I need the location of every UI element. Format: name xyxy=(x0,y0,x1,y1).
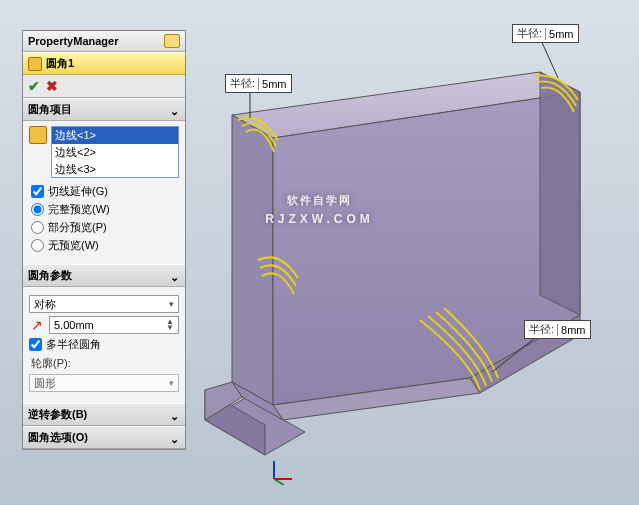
chevron-down-icon: ▾ xyxy=(169,378,174,388)
no-preview-radio[interactable]: 无预览(W) xyxy=(31,238,179,253)
origin-triad-icon xyxy=(268,457,296,485)
option-label: 部分预览(P) xyxy=(48,220,107,235)
callout-value[interactable]: 8mm xyxy=(557,324,585,336)
svg-marker-3 xyxy=(232,115,273,405)
fillet-icon xyxy=(28,57,42,71)
combo-value: 圆形 xyxy=(34,376,56,391)
radius-callout-2[interactable]: 半径: 5mm xyxy=(512,24,579,43)
section-header[interactable]: 圆角项目 ⌄ xyxy=(23,99,185,121)
section-fillet-items: 圆角项目 ⌄ 边线<1> 边线<2> 边线<3> 切线延伸(G) 完整预览 xyxy=(23,98,185,264)
section-title: 圆角选项(O) xyxy=(28,430,88,445)
option-label: 完整预览(W) xyxy=(48,202,110,217)
full-preview-radio[interactable]: 完整预览(W) xyxy=(31,202,179,217)
section-title: 圆角项目 xyxy=(28,102,72,117)
option-label: 切线延伸(G) xyxy=(48,184,108,199)
partial-preview-radio[interactable]: 部分预览(P) xyxy=(31,220,179,235)
section-fillet-options: 圆角选项(O) ⌄ xyxy=(23,426,185,449)
profile-combo[interactable]: 圆形 ▾ xyxy=(29,374,179,392)
section-title: 逆转参数(B) xyxy=(28,407,87,422)
checkbox-input[interactable] xyxy=(29,338,42,351)
radio-input[interactable] xyxy=(31,239,44,252)
ok-button[interactable]: ✔ xyxy=(28,78,40,94)
pm-title-text: PropertyManager xyxy=(28,35,118,47)
pin-icon[interactable] xyxy=(164,34,180,48)
symmetry-combo[interactable]: 对称 ▾ xyxy=(29,295,179,313)
radius-callout-3[interactable]: 半径: 8mm xyxy=(524,320,591,339)
section-title: 圆角参数 xyxy=(28,268,72,283)
radius-value[interactable]: 5.00mm xyxy=(54,319,94,331)
tangent-propagation-checkbox[interactable]: 切线延伸(G) xyxy=(31,184,179,199)
svg-marker-5 xyxy=(540,72,580,315)
section-header[interactable]: 圆角选项(O) ⌄ xyxy=(23,427,185,449)
callout-label: 半径: xyxy=(517,26,542,41)
list-item[interactable]: 边线<1> xyxy=(52,127,178,144)
callout-value[interactable]: 5mm xyxy=(545,28,573,40)
option-label: 多半径圆角 xyxy=(46,337,101,352)
option-label: 无预览(W) xyxy=(48,238,99,253)
svg-line-11 xyxy=(540,38,558,78)
checkbox-input[interactable] xyxy=(31,185,44,198)
section-reverse-params: 逆转参数(B) ⌄ xyxy=(23,403,185,426)
section-header[interactable]: 逆转参数(B) ⌄ xyxy=(23,404,185,426)
pm-titlebar: PropertyManager xyxy=(23,31,185,52)
radio-input[interactable] xyxy=(31,221,44,234)
spinner-buttons[interactable]: ▲▼ xyxy=(166,319,174,331)
multi-radius-checkbox[interactable]: 多半径圆角 xyxy=(29,337,179,352)
chevron-down-icon: ⌄ xyxy=(170,105,180,115)
chevron-down-icon: ▾ xyxy=(169,299,174,309)
combo-value: 对称 xyxy=(34,297,56,312)
section-fillet-params: 圆角参数 ⌄ 对称 ▾ ↗ 5.00mm ▲▼ 多半径圆角 轮廓(P) xyxy=(23,264,185,403)
callout-label: 半径: xyxy=(529,322,554,337)
edge-selection-list[interactable]: 边线<1> 边线<2> 边线<3> xyxy=(51,126,179,178)
feature-header: 圆角1 xyxy=(23,52,185,75)
list-item[interactable]: 边线<2> xyxy=(52,144,178,161)
radius-spinner[interactable]: 5.00mm ▲▼ xyxy=(49,316,179,334)
chevron-down-icon: ⌄ xyxy=(170,271,180,281)
section-header[interactable]: 圆角参数 ⌄ xyxy=(23,265,185,287)
callout-value[interactable]: 5mm xyxy=(258,78,286,90)
cancel-button[interactable]: ✖ xyxy=(46,78,58,94)
feature-name: 圆角1 xyxy=(46,56,74,71)
radio-input[interactable] xyxy=(31,203,44,216)
list-item[interactable]: 边线<3> xyxy=(52,161,178,178)
radius-icon: ↗ xyxy=(29,317,45,333)
confirm-bar: ✔ ✖ xyxy=(23,75,185,98)
chevron-down-icon: ⌄ xyxy=(170,433,180,443)
callout-label: 半径: xyxy=(230,76,255,91)
radius-callout-1[interactable]: 半径: 5mm xyxy=(225,74,292,93)
property-manager-panel: PropertyManager 圆角1 ✔ ✖ 圆角项目 ⌄ 边线<1> 边线<… xyxy=(22,30,186,450)
chevron-down-icon: ⌄ xyxy=(170,410,180,420)
edge-selection-icon[interactable] xyxy=(29,126,47,144)
profile-label: 轮廓(P): xyxy=(31,356,179,371)
